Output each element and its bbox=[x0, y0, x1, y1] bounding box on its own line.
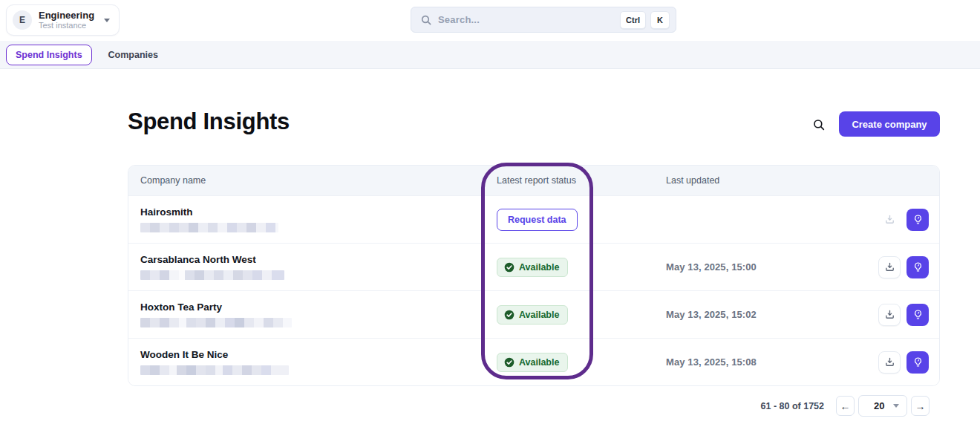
last-updated: May 13, 2025, 15:02 bbox=[666, 309, 878, 320]
lightbulb-icon bbox=[912, 309, 924, 320]
org-avatar: E bbox=[13, 10, 32, 30]
search-input[interactable] bbox=[432, 14, 615, 25]
download-icon bbox=[884, 356, 895, 368]
column-header-company-name: Company name bbox=[128, 175, 497, 186]
org-switcher[interactable]: E Engineering Test instance bbox=[6, 4, 120, 36]
view-insights-button[interactable] bbox=[906, 304, 929, 326]
company-cell: Wooden It Be Nice bbox=[128, 349, 497, 375]
check-circle-icon bbox=[504, 310, 514, 320]
table-body: Hairosmith Request data bbox=[128, 195, 939, 385]
status-badge: Available bbox=[497, 353, 568, 372]
check-circle-icon bbox=[504, 357, 514, 368]
companies-table: Company name Latest report status Last u… bbox=[128, 165, 940, 386]
row-actions bbox=[878, 304, 929, 326]
chevron-down-icon bbox=[104, 19, 110, 22]
create-company-button[interactable]: Create company bbox=[839, 111, 940, 137]
status-cell: Request data bbox=[497, 209, 666, 231]
kbd-k: K bbox=[650, 11, 670, 29]
page-size-select[interactable]: 20 bbox=[858, 395, 907, 417]
request-data-button[interactable]: Request data bbox=[497, 209, 578, 231]
download-report-button bbox=[878, 209, 901, 231]
org-subtitle: Test instance bbox=[39, 21, 94, 30]
view-insights-button[interactable] bbox=[906, 256, 929, 278]
table-row: Hoxton Tea Party Available May 13, 2025,… bbox=[128, 290, 939, 338]
status-cell: Available bbox=[497, 353, 666, 372]
table-row: Carsablanca North West Available May 13,… bbox=[128, 243, 939, 290]
lightbulb-icon bbox=[912, 214, 924, 225]
status-badge-label: Available bbox=[519, 357, 559, 368]
company-name: Hoxton Tea Party bbox=[140, 301, 497, 313]
table-row: Hairosmith Request data bbox=[128, 195, 939, 243]
pagination: 61 - 80 of 1752 ← 20 → bbox=[0, 395, 930, 417]
table-header-row: Company name Latest report status Last u… bbox=[128, 166, 939, 195]
kbd-ctrl: Ctrl bbox=[620, 11, 646, 29]
row-actions bbox=[878, 351, 929, 374]
company-name: Wooden It Be Nice bbox=[140, 349, 497, 360]
download-icon bbox=[884, 261, 895, 273]
search-icon bbox=[812, 118, 826, 131]
tab-spend-insights[interactable]: Spend Insights bbox=[6, 45, 92, 65]
view-insights-button[interactable] bbox=[906, 351, 929, 374]
last-updated: May 13, 2025, 15:00 bbox=[666, 261, 878, 273]
lightbulb-icon bbox=[912, 356, 924, 368]
download-report-button[interactable] bbox=[878, 256, 901, 278]
download-report-button[interactable] bbox=[878, 304, 901, 326]
status-badge-label: Available bbox=[519, 310, 559, 320]
pagination-range-label: 61 - 80 of 1752 bbox=[761, 401, 824, 411]
last-updated: May 13, 2025, 15:08 bbox=[666, 356, 878, 368]
company-cell: Hoxton Tea Party bbox=[128, 301, 497, 327]
topbar: E Engineering Test instance Ctrl K bbox=[0, 0, 980, 41]
next-page-button[interactable]: → bbox=[911, 396, 930, 416]
column-header-last-updated: Last updated bbox=[666, 175, 939, 186]
status-cell: Available bbox=[497, 258, 666, 277]
check-circle-icon bbox=[504, 262, 514, 273]
primary-nav: Spend Insights Companies bbox=[0, 41, 980, 69]
page-size-value: 20 bbox=[874, 400, 884, 411]
status-badge-label: Available bbox=[519, 262, 559, 273]
prev-page-button[interactable]: ← bbox=[836, 396, 855, 416]
redacted-address bbox=[140, 365, 289, 375]
view-insights-button[interactable] bbox=[906, 209, 929, 231]
search-icon bbox=[420, 14, 432, 26]
download-report-button[interactable] bbox=[878, 351, 901, 374]
row-actions bbox=[878, 209, 929, 231]
org-name: Engineering bbox=[39, 10, 94, 22]
row-actions bbox=[878, 256, 929, 278]
column-header-latest-report-status: Latest report status bbox=[497, 175, 666, 186]
table-search-button[interactable] bbox=[811, 117, 827, 133]
redacted-address bbox=[140, 318, 292, 327]
lightbulb-icon bbox=[912, 261, 924, 273]
status-badge: Available bbox=[497, 258, 568, 277]
status-badge: Available bbox=[497, 305, 568, 325]
company-cell: Hairosmith bbox=[128, 206, 497, 232]
table-row: Wooden It Be Nice Available May 13, 2025… bbox=[128, 338, 939, 385]
page-title: Spend Insights bbox=[128, 108, 290, 135]
redacted-address bbox=[140, 270, 284, 280]
chevron-down-icon bbox=[893, 404, 899, 408]
company-name: Carsablanca North West bbox=[140, 254, 497, 265]
download-icon bbox=[884, 309, 895, 320]
download-icon bbox=[884, 214, 895, 225]
company-cell: Carsablanca North West bbox=[128, 254, 497, 280]
tab-companies[interactable]: Companies bbox=[105, 45, 161, 65]
spend-insights-page: E Engineering Test instance Ctrl K Spend… bbox=[0, 0, 980, 427]
global-search[interactable]: Ctrl K bbox=[411, 7, 676, 33]
status-cell: Available bbox=[497, 305, 666, 325]
company-name: Hairosmith bbox=[140, 206, 497, 218]
redacted-address bbox=[140, 223, 278, 232]
